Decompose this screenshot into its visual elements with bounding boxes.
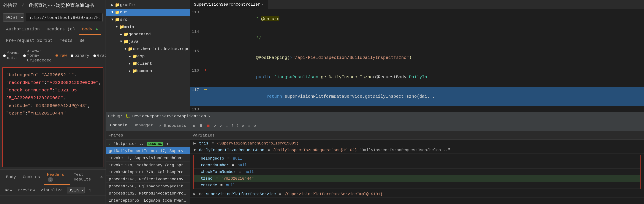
tab-tests[interactable]: Tests	[56, 35, 76, 46]
tree-common[interactable]: ▶ 📁 common	[106, 67, 190, 75]
resume-btn[interactable]: ▶	[192, 123, 197, 129]
tree-com-package[interactable]: ▼ 📁 com.hwariot.device.report	[106, 45, 190, 53]
frame-proceed-163[interactable]: proceed:163, ReflectiveMethodInvocation …	[106, 176, 190, 183]
response-format-bar: Raw Preview Visualize JSON Text HTML XML…	[0, 185, 106, 196]
debug-tab-endpoints[interactable]: ⚡ Endpoints	[156, 121, 189, 130]
var-record-number: recordNumber = null	[194, 162, 640, 169]
response-tabs: Body Cookies Headers 5 Test Results ⚙	[0, 170, 106, 185]
var-ent-code: entCode = null	[194, 182, 640, 189]
frames-panel: Frames ✓ *http-nio-... RUNNING ▼ getDail…	[106, 131, 190, 204]
response-tab-test-results[interactable]: Test Results	[70, 170, 100, 185]
evaluate-btn[interactable]: ⤵	[236, 123, 240, 129]
tab-pre-request[interactable]: Pre-request Script	[3, 35, 56, 46]
radio-raw[interactable]: raw	[56, 53, 67, 58]
tab-authorization[interactable]: Authorization	[3, 24, 43, 35]
check-icon: ✓	[109, 142, 114, 146]
var-daily-inspect: ▼ dailyInspectTsznoRequestJson = {DailyI…	[190, 147, 644, 154]
folder-out-icon: 📁	[115, 10, 120, 15]
response-tab-cookies[interactable]: Cookies	[20, 172, 43, 183]
code-line-113: 113 * @return	[190, 9, 644, 29]
expand-daily-icon[interactable]: ▼	[194, 148, 196, 152]
method-select[interactable]: POST	[3, 13, 24, 21]
radio-urlencoded[interactable]: x-www-form-urlencoded	[23, 48, 52, 63]
chevron-right-icon: ▶	[112, 3, 114, 7]
chevron-right-icon-common: ▶	[129, 69, 131, 73]
settings-debug-btn[interactable]: ⚙	[252, 123, 257, 129]
expand-service-icon[interactable]: ▶	[194, 192, 196, 196]
var-box-red: belongedTo = null recordNumber = null ch…	[194, 155, 640, 189]
format-visualize-btn[interactable]: Visualize	[39, 187, 64, 194]
tree-aop[interactable]: ▶ 📁 aop	[106, 53, 190, 60]
toggle-breakpoints-btn[interactable]: ✕	[241, 123, 246, 129]
url-input[interactable]	[26, 13, 102, 22]
file-tree-panel: ▶ 📁 gradle ▼ 📁 out ▼ 📁 src ▼ 📁 m	[106, 0, 190, 112]
tree-java[interactable]: ▼ 📁 java	[106, 38, 190, 45]
code-line-116: 116 ● public JiangsuResultJson getDailyI…	[190, 67, 644, 87]
folder-common-icon: 📁	[132, 68, 137, 73]
code-area[interactable]: 113 * @return 114 */	[190, 9, 644, 112]
debug-app-icon: 🐛	[125, 114, 130, 119]
debug-app-name: DeviceReportServiceApplication	[132, 114, 206, 119]
frame-running[interactable]: ✓ *http-nio-... RUNNING ▼	[106, 140, 190, 147]
format-json-select[interactable]: JSON Text HTML XML	[67, 187, 85, 194]
format-preview-btn[interactable]: Preview	[16, 187, 37, 194]
frame-proceed-102[interactable]: proceed:102, MethodInvocationProceeding.…	[106, 190, 190, 197]
tab-body[interactable]: Body	[79, 24, 100, 35]
tree-main[interactable]: ▼ 📁 main	[106, 23, 190, 31]
tab-headers[interactable]: Headers (8)	[44, 24, 78, 35]
body-dot	[96, 28, 98, 30]
mute-breakpoints-btn[interactable]: ⊞	[247, 123, 251, 129]
frame-invoke-218[interactable]: invoke:218, MethodProxy (org.springframe…	[106, 162, 190, 169]
folder-com-icon: 📁	[128, 46, 133, 51]
expand-this-icon[interactable]: ▶	[194, 141, 196, 146]
tab-se[interactable]: Se	[76, 35, 88, 46]
radio-binary[interactable]: binary	[70, 53, 89, 58]
body-line-2: "recordNumber":"AJ320682120200060",	[6, 79, 100, 87]
top-section: ▶ 📁 gradle ▼ 📁 out ▼ 📁 src ▼ 📁 m	[106, 0, 644, 112]
chevron-down-icon: ▼	[112, 10, 114, 14]
tree-gradle[interactable]: ▶ 📁 gradle	[106, 1, 190, 9]
middle-and-right: ▶ 📁 gradle ▼ 📁 out ▼ 📁 src ▼ 📁 m	[106, 0, 644, 204]
body-line-1: "belongedTo":"AJ320682-1",	[6, 71, 100, 79]
editor-tab-supervision[interactable]: SupervisionSearchController ✕	[190, 0, 268, 9]
debug-tab-console[interactable]: Console	[108, 121, 130, 130]
response-tab-body[interactable]: Body	[3, 172, 19, 183]
code-line-118: 118 }	[190, 106, 644, 112]
chevron-right-icon-gen: ▶	[120, 32, 122, 36]
chevron-right-icon-aop: ▶	[129, 54, 131, 58]
close-debug-tab-icon[interactable]: ✕	[208, 114, 210, 119]
chevron-down-icon-java: ▼	[120, 40, 122, 43]
tree-src[interactable]: ▼ 📁 src	[106, 16, 190, 23]
tree-out[interactable]: ▼ 📁 out	[106, 9, 190, 16]
breadcrumb: 外协议 / 数据查询---浏览检查单通知书	[0, 0, 106, 11]
frame-proceed-750[interactable]: proceed:750, CglibAopProxy$CglibMethodIn…	[106, 183, 190, 190]
tree-generated[interactable]: ▶ 📁 generated	[106, 31, 190, 38]
frame-get-daily[interactable]: getDailyInspectTszno:117, SupervisionSea…	[106, 147, 190, 154]
folder-generated-icon: 📁	[124, 32, 129, 37]
pause-btn[interactable]: ⏸	[198, 123, 204, 129]
step-over-btn[interactable]: ↗	[213, 123, 217, 129]
debug-tabs-row: Console Debugger ⚡ Endpoints	[108, 121, 189, 130]
format-raw-btn[interactable]: Raw	[3, 187, 14, 194]
chevron-down-icon-src: ▼	[112, 18, 114, 21]
response-tab-headers[interactable]: Headers 5	[44, 170, 70, 185]
step-out-btn[interactable]: ↘	[224, 123, 229, 129]
frame-invoke-1[interactable]: invoke:-1, SupervisionSearchController$$…	[106, 154, 190, 162]
body-line-5: "tzsno":"YHZG20210444"	[6, 110, 100, 117]
frame-interceptor[interactable]: Interceptor55, LogsAon (com.hwariot.deve…	[106, 197, 190, 204]
debug-tab-debugger[interactable]: Debugger	[131, 121, 156, 130]
radio-form-data[interactable]: form-data	[3, 51, 19, 60]
frame-invoke-joinpoint[interactable]: invokeJoinpoint:779, CglibAopProxy$Cglib…	[106, 168, 190, 176]
body-line-4: "entCode":"91320600MA1XJPQY48",	[6, 102, 100, 110]
debug-action-buttons: ▶ ⏸ ⏹ ↗ ↙ ↘ ⤴ ⤵ ✕ ⊞ ⚙	[192, 123, 257, 129]
folder-aop-icon: 📁	[132, 54, 137, 59]
step-into-btn[interactable]: ↙	[218, 123, 223, 129]
var-supervision-service: ▶ oo supervisionPlatformDataService = {S…	[190, 191, 644, 198]
close-tab-icon[interactable]: ✕	[262, 2, 264, 7]
settings-icon[interactable]: ⚙	[100, 175, 102, 180]
stop-btn[interactable]: ⏹	[205, 123, 211, 129]
format-icon-btn[interactable]: ⇅	[87, 187, 92, 194]
response-section: Body Cookies Headers 5 Test Results ⚙ Ra…	[0, 170, 106, 204]
run-cursor-btn[interactable]: ⤴	[230, 123, 234, 129]
tree-client[interactable]: ▶ 📁 client	[106, 60, 190, 67]
